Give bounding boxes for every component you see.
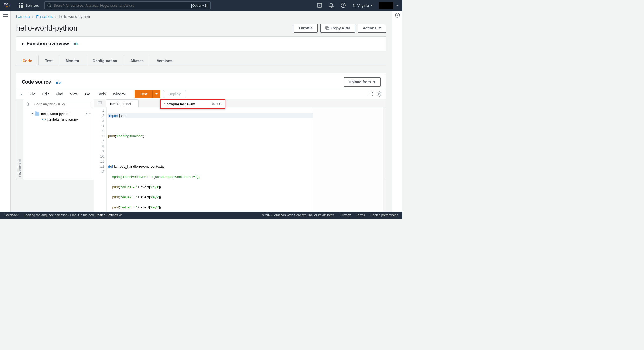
throttle-button[interactable]: Throttle [294,24,318,33]
menu-tools[interactable]: Tools [94,90,109,98]
cookie-preferences-link[interactable]: Cookie preferences [370,213,398,217]
privacy-link[interactable]: Privacy [340,213,351,217]
tab-aliases[interactable]: Aliases [124,55,150,66]
console-footer: Feedback Looking for language selection?… [0,212,402,219]
menu-find[interactable]: Find [53,90,66,98]
account-redacted[interactable] [379,2,393,9]
tab-code[interactable]: Code [16,55,39,66]
right-info-rail [392,11,402,212]
ide-test-button[interactable]: Test [135,90,152,98]
search-shortcut: [Option+S] [191,3,208,8]
menu-window[interactable]: Window [109,90,129,98]
svg-line-17 [378,92,378,92]
ide-file-explorer: hello-world-python ▾ <> lambda_function.… [23,99,94,180]
ide-test-dropdown-button[interactable] [152,90,160,98]
svg-line-22 [28,105,30,106]
svg-line-20 [381,92,381,92]
tab-test[interactable]: Test [39,55,59,66]
svg-line-28 [86,113,86,113]
grid-icon [19,3,23,8]
code-content[interactable]: import json print('Loading function') de… [107,107,313,212]
copy-arn-button[interactable]: Copy ARN [320,24,355,33]
file-name: lambda_function.py [47,117,78,121]
gear-icon[interactable] [376,91,382,97]
search-input[interactable] [54,3,191,8]
caret-down-icon [155,93,158,95]
code-source-panel: Code source Info Upload from File Edit F… [16,73,386,180]
svg-point-12 [379,93,380,95]
svg-rect-32 [98,101,101,104]
overview-title: Function overview [27,41,69,47]
caret-down-icon [379,27,381,29]
folder-icon [35,112,39,116]
expand-icon[interactable] [22,42,24,46]
help-icon[interactable]: ? [338,0,349,11]
go-to-anything-input[interactable] [32,101,92,107]
fullscreen-icon[interactable] [368,92,373,96]
global-search[interactable]: [Option+S] [44,1,211,9]
actions-button[interactable]: Actions [358,24,386,33]
editor-scrollbar[interactable] [383,107,386,212]
configure-test-event-item[interactable]: Configure test event ⌘ ⇧ C [160,99,225,109]
info-link[interactable]: Info [73,42,79,46]
ide-deploy-button[interactable]: Deploy [163,90,186,98]
caret-down-icon [373,81,376,83]
svg-line-18 [381,95,381,96]
tree-file-lambda[interactable]: <> lambda_function.py [24,117,93,122]
upload-from-button[interactable]: Upload from [344,77,381,87]
services-button[interactable]: Services [16,0,42,11]
minimap[interactable] [313,107,383,212]
folder-name: hello-world-python [41,112,69,116]
menu-view[interactable]: View [67,90,81,98]
svg-point-23 [86,113,87,114]
svg-line-19 [378,95,378,96]
left-nav-collapsed [0,11,11,212]
aws-logo[interactable]: aws [4,2,14,9]
code-editor[interactable]: 12345678910111213 import json print('Loa… [94,107,313,212]
collapse-icon[interactable] [18,92,25,96]
search-icon [47,3,52,8]
menu-edit[interactable]: Edit [39,90,52,98]
tab-history-icon[interactable] [95,101,104,106]
services-label: Services [25,3,39,8]
test-dropdown-menu: Configure test event ⌘ ⇧ C [160,99,226,109]
copyright-text: © 2022, Amazon Web Services, Inc. or its… [262,213,335,217]
notifications-icon[interactable] [326,0,337,11]
gear-icon[interactable]: ▾ [85,112,92,116]
caret-down-icon [31,113,34,114]
breadcrumb: Lambda › Functions › hello-world-python [16,14,386,19]
ide-menubar: File Edit Find View Go Tools Window Test… [16,89,386,99]
menu-go[interactable]: Go [82,90,93,98]
editor-tab-lambda[interactable]: lambda_functi... [106,99,139,107]
svg-point-21 [26,103,29,105]
cloud9-ide: File Edit Find View Go Tools Window Test… [16,89,386,180]
ide-editor: lambda_functi... 12345678910111213 impor… [94,99,386,180]
unified-settings-link[interactable]: Unified Settings [96,213,122,217]
svg-rect-11 [327,27,329,30]
info-icon[interactable] [395,13,400,18]
environment-label[interactable]: Environment [18,156,22,180]
top-nav: aws Services [Option+S] ? N. Virginia [0,0,402,11]
lang-hint: Looking for language selection? Find it … [24,213,122,217]
tab-configuration[interactable]: Configuration [86,55,124,66]
function-overview-panel: Function overview Info [16,36,386,51]
region-selector[interactable]: N. Virginia [350,0,376,11]
function-tabs: Code Test Monitor Configuration Aliases … [16,55,386,66]
search-icon[interactable] [25,102,30,106]
keyboard-shortcut: ⌘ ⇧ C [212,102,222,106]
menu-file[interactable]: File [26,90,39,98]
chevron-right-icon: › [55,14,57,19]
tab-versions[interactable]: Versions [150,55,179,66]
terms-link[interactable]: Terms [356,213,365,217]
external-link-icon [119,213,122,216]
page-title: hello-world-python [16,24,78,32]
feedback-link[interactable]: Feedback [4,213,19,217]
info-link[interactable]: Info [55,81,61,84]
breadcrumb-functions[interactable]: Functions [36,14,53,19]
tab-monitor[interactable]: Monitor [59,55,86,66]
breadcrumb-lambda[interactable]: Lambda [16,14,30,19]
hamburger-icon[interactable] [3,13,8,17]
code-source-title: Code source Info [22,79,61,85]
cloudshell-icon[interactable] [314,0,325,11]
tree-folder-root[interactable]: hello-world-python ▾ [24,111,93,117]
